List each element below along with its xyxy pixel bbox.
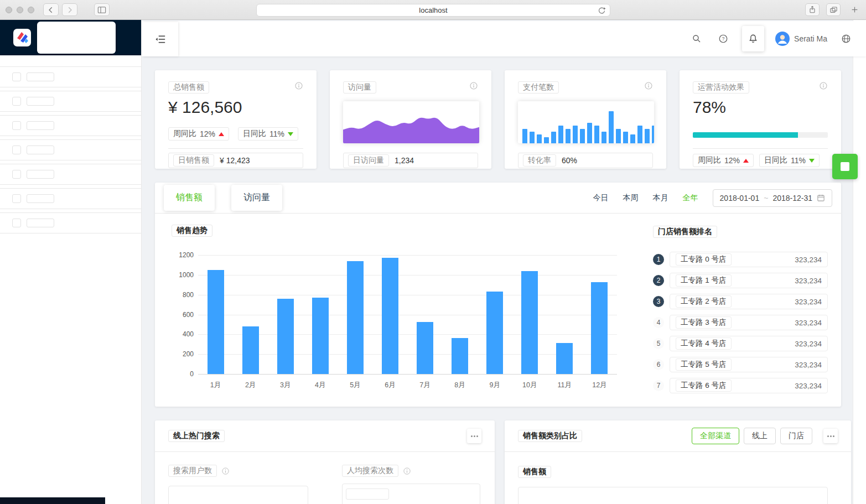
bar-column: [407, 255, 442, 374]
store-name: 工专路 1 号店: [676, 274, 732, 287]
footer-label: 日访问量: [348, 154, 389, 167]
info-icon[interactable]: [469, 81, 478, 90]
x-axis-labels: 1月2月3月4月5月6月7月8月9月10月11月12月: [198, 377, 617, 390]
y-tick-label: 1200: [172, 251, 194, 259]
day-trend: 日同比 11%: [238, 127, 298, 141]
x-tick-label: 4月: [303, 377, 338, 390]
more-icon: [827, 435, 829, 437]
sidebar-menu: [0, 66, 141, 233]
caret-down-icon: [288, 132, 293, 136]
notifications-button[interactable]: [742, 26, 764, 51]
info-icon[interactable]: [819, 81, 828, 90]
trend-bar[interactable]: [486, 292, 503, 374]
sidebar-item-6[interactable]: [0, 188, 141, 209]
date-range-picker[interactable]: 2018-01-01 ~ 2018-12-31: [713, 189, 832, 207]
x-tick-label: 1月: [198, 377, 233, 390]
footer-value: ¥ 12,423: [220, 156, 250, 165]
trend-bar[interactable]: [312, 298, 329, 374]
globe-icon: [841, 34, 851, 44]
trend-bar[interactable]: [521, 271, 538, 374]
trend-bar[interactable]: [452, 338, 468, 374]
browser-back-button[interactable]: [43, 3, 59, 16]
sidebar-item-2[interactable]: [0, 91, 141, 112]
theme-settings-button[interactable]: [832, 154, 858, 179]
page-scrollbar[interactable]: [853, 20, 866, 504]
trend-bar[interactable]: [591, 282, 608, 374]
rank-badge: 6: [653, 359, 664, 370]
y-axis: 020040060080010001200: [172, 255, 198, 374]
trend-bar[interactable]: [347, 261, 364, 374]
help-button[interactable]: ?: [715, 31, 731, 46]
trend-bar[interactable]: [382, 258, 398, 374]
range-week[interactable]: 本周: [623, 193, 639, 203]
user-menu[interactable]: Serati Ma: [775, 32, 827, 46]
info-icon[interactable]: [403, 467, 411, 475]
app-sidebar: [0, 20, 142, 504]
trend-label: 周同比: [173, 129, 196, 139]
trend-bar[interactable]: [208, 270, 224, 374]
sidebar-item-7[interactable]: [0, 212, 141, 233]
metric-label: 搜索用户数: [168, 465, 217, 477]
mini-bar: [630, 134, 635, 143]
divider: [168, 148, 303, 149]
tab-sales[interactable]: 销售额: [164, 185, 215, 211]
day-trend: 日同比 11%: [759, 154, 820, 167]
trend-bar[interactable]: [277, 299, 294, 374]
browser-toolbar: localhost: [0, 0, 866, 20]
window-zoom-button[interactable]: [28, 7, 34, 13]
trend-bar[interactable]: [417, 322, 433, 374]
browser-forward-button[interactable]: [62, 3, 77, 16]
caret-down-icon: [809, 159, 815, 163]
range-month[interactable]: 本月: [653, 193, 668, 203]
window-controls: [6, 7, 34, 13]
ranking-title: 门店销售额排名: [653, 226, 717, 238]
language-button[interactable]: [838, 31, 854, 46]
sidebar-item-4[interactable]: [0, 139, 141, 160]
window-close-button[interactable]: [6, 7, 12, 13]
trend-bar[interactable]: [242, 326, 259, 374]
stat-value: ¥ 126,560: [168, 97, 303, 118]
info-icon[interactable]: [294, 81, 303, 90]
channel-stores-button[interactable]: 门店: [780, 428, 812, 444]
share-button[interactable]: [805, 3, 820, 16]
trend-bar[interactable]: [556, 343, 573, 374]
calendar-icon: [817, 194, 825, 202]
y-tick-label: 600: [172, 311, 194, 319]
refresh-button[interactable]: [598, 7, 606, 15]
tab-visits[interactable]: 访问量: [231, 185, 282, 211]
app-logo[interactable]: [13, 29, 31, 46]
new-tab-button[interactable]: [847, 3, 862, 16]
window-minimize-button[interactable]: [17, 7, 23, 13]
browser-sidebar-toggle[interactable]: [94, 3, 110, 16]
trend-value: 11%: [269, 129, 284, 138]
search-button[interactable]: [689, 31, 704, 46]
mini-bar: [623, 132, 628, 143]
info-icon[interactable]: [221, 467, 230, 475]
more-menu-button[interactable]: [823, 429, 838, 443]
menu-icon-placeholder: [12, 72, 21, 81]
range-today[interactable]: 今日: [593, 193, 609, 203]
tab-overview-button[interactable]: [826, 3, 841, 16]
bar-column: [582, 255, 617, 374]
address-bar[interactable]: localhost: [256, 4, 610, 17]
stat-card-visits: 访问量 8,846 日访问量 1,234: [330, 70, 491, 169]
placeholder-box: [346, 489, 389, 500]
sidebar-item-3[interactable]: [0, 115, 141, 136]
menu-fold-icon: [155, 34, 166, 44]
store-name: 工专路 6 号店: [676, 380, 732, 392]
x-tick-label: 12月: [582, 377, 617, 390]
sales-category-card: 销售额类别占比 全部渠道 线上 门店 销售额: [505, 420, 851, 504]
sidebar-item-1[interactable]: [0, 66, 141, 87]
sidebar-icon: [97, 6, 106, 14]
range-year[interactable]: 全年: [683, 193, 698, 203]
channel-online-button[interactable]: 线上: [744, 428, 776, 444]
ranking-row: 7 工专路 6 号店323,234: [653, 375, 828, 396]
channel-all-button[interactable]: 全部渠道: [692, 428, 739, 444]
stat-card-payments: 支付笔数 6,560 转化率 60%: [505, 70, 666, 169]
x-tick-label: 7月: [407, 377, 442, 390]
sidebar-item-5[interactable]: [0, 164, 141, 185]
menu-collapse-button[interactable]: [143, 22, 178, 56]
store-value: 323,234: [795, 340, 822, 348]
more-menu-button[interactable]: [467, 429, 481, 443]
info-icon[interactable]: [644, 81, 653, 90]
